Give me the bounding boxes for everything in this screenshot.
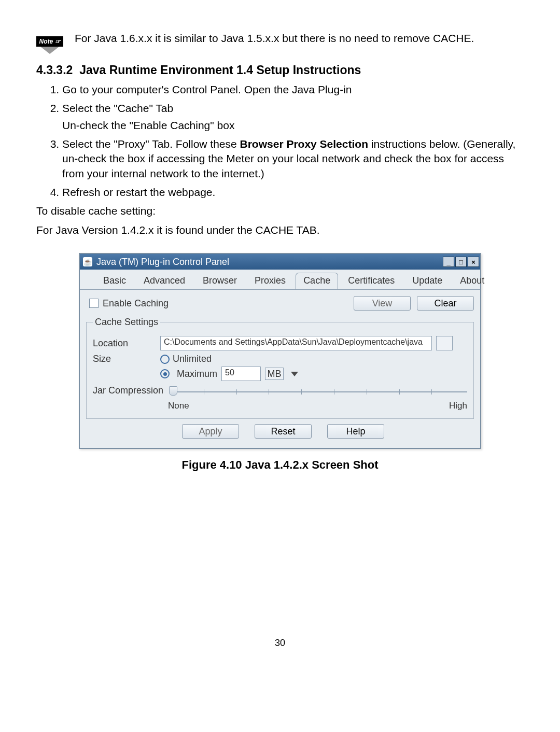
section-title: Java Runtime Environment 1.4 Setup Instr… [79,63,361,77]
para-disable-cache: To disable cache setting: [36,204,524,218]
step-2-sub: Un-check the "Enable Caching" box [62,118,524,133]
tabs: Basic Advanced Browser Proxies Cache Cer… [80,270,480,289]
note-block: Note ☞ For Java 1.6.x.x it is similar to… [36,31,524,53]
note-text: For Java 1.6.x.x it is similar to Java 1… [75,31,524,46]
apply-button[interactable]: Apply [182,424,239,439]
jar-compression-slider[interactable] [171,385,467,399]
section-number: 4.3.3.2 [36,63,73,77]
note-icon: Note ☞ [36,33,63,53]
step-2: Select the "Cache" Tab Un-check the "Ena… [62,101,524,133]
titlebar: ☕ Java (TM) Plug-in Control Panel _ □ × [80,254,480,270]
unit-dropdown-icon[interactable] [291,372,298,376]
location-label: Location [93,338,160,349]
browse-button[interactable] [436,336,453,350]
cache-settings-legend: Cache Settings [93,317,160,328]
reset-button[interactable]: Reset [255,424,312,439]
steps-list: Go to your computer's Control Panel. Ope… [62,82,524,200]
step-4: Refresh or restart the webpage. [62,185,524,200]
size-label: Size [93,354,160,364]
tab-advanced[interactable]: Advanced [136,273,193,289]
figure-caption: Figure 4.10 Java 1.4.2.x Screen Shot [36,458,524,472]
note-badge: Note ☞ [36,36,63,47]
step-3: Select the "Proxy" Tab. Follow these Bro… [62,137,524,181]
close-button[interactable]: × [468,257,479,267]
section-heading: 4.3.3.2 Java Runtime Environment 1.4 Set… [36,63,524,77]
size-unlimited-label: Unlimited [173,354,212,364]
size-value-input[interactable]: 50 [221,367,261,381]
page-number: 30 [36,638,524,649]
tab-cache[interactable]: Cache [296,273,338,289]
cache-settings-fieldset: Cache Settings Location C:\Documents and… [86,317,474,419]
para-java-142: For Java Version 1.4.2.x it is found und… [36,223,524,237]
tab-about[interactable]: About [452,273,492,289]
cache-panel: Enable Caching View Clear Cache Settings… [80,289,480,448]
view-button[interactable]: View [354,296,411,311]
slider-thumb[interactable] [169,386,177,396]
java-icon: ☕ [83,257,92,266]
help-button[interactable]: Help [327,424,384,439]
location-input[interactable]: C:\Documents and Settings\AppData\Sun\Ja… [160,336,432,350]
size-unlimited-radio[interactable] [160,355,170,364]
size-unit: MB [265,368,284,380]
enable-caching-label: Enable Caching [103,298,169,309]
tab-update[interactable]: Update [404,273,450,289]
step-1: Go to your computer's Control Panel. Ope… [62,82,524,97]
minimize-button[interactable]: _ [443,257,454,267]
jar-high-label: High [449,401,467,411]
size-maximum-radio[interactable] [160,369,170,378]
window-title: Java (TM) Plug-in Control Panel [96,257,229,268]
tab-certificates[interactable]: Certificates [340,273,402,289]
java-plugin-window: ☕ Java (TM) Plug-in Control Panel _ □ × … [79,253,481,449]
tab-browser[interactable]: Browser [195,273,245,289]
maximize-button[interactable]: □ [455,257,467,267]
tab-proxies[interactable]: Proxies [247,273,293,289]
jar-compression-label: Jar Compression [93,385,168,396]
clear-button[interactable]: Clear [417,296,474,311]
size-maximum-label: Maximum [177,369,217,379]
tab-basic[interactable]: Basic [95,273,134,289]
enable-caching-checkbox[interactable] [89,299,99,308]
jar-none-label: None [168,401,189,411]
